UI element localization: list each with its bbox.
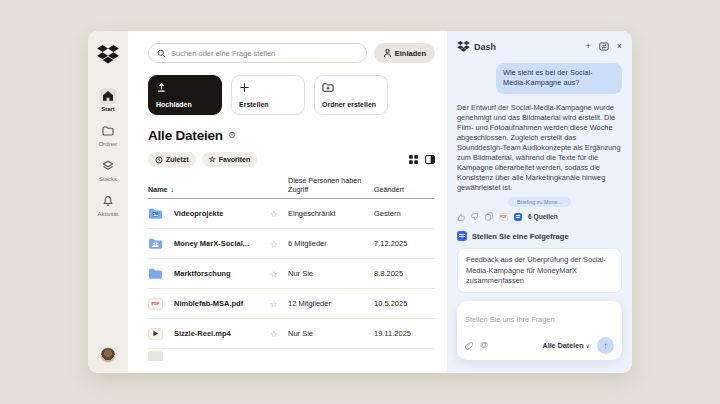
column-modified[interactable]: Geändert [374, 185, 435, 194]
folder-image-icon [148, 207, 174, 220]
thumbs-down-icon[interactable] [471, 213, 479, 221]
file-name: Videoprojekte [174, 209, 270, 218]
at-mention-icon[interactable]: @ [480, 341, 488, 349]
plus-icon [239, 82, 250, 93]
favorite-star-icon[interactable]: ☆ [270, 239, 288, 249]
file-modified: Gestern [374, 209, 435, 218]
sort-down-icon[interactable]: ↓ [171, 185, 175, 194]
followup-header: Stellen Sie eine Folgefrage [457, 231, 622, 241]
column-name[interactable]: Name [148, 185, 168, 194]
folder-plus-icon [322, 82, 334, 93]
page-title: Alle Dateien [148, 128, 223, 143]
favorite-star-icon[interactable]: ☆ [270, 269, 288, 279]
dropbox-logo-icon [97, 45, 119, 68]
search-input[interactable] [171, 49, 358, 58]
file-access: 6 Mitglieder [288, 239, 374, 248]
upload-icon [156, 82, 167, 93]
dash-title: Dash [474, 42, 496, 52]
sources-count[interactable]: 6 Quellen [528, 213, 558, 220]
video-icon [148, 328, 174, 340]
file-modified: 7.12.2025 [374, 239, 435, 248]
clock-icon [155, 156, 163, 164]
folder-shared-icon [148, 237, 174, 250]
file-access: Nur Sie [288, 269, 374, 278]
gear-icon[interactable]: ⚙ [228, 131, 236, 140]
table-row[interactable]: Sizzle-Reel.mp4 ☆ Nur Sie 19.11.2025 [148, 319, 435, 349]
search-icon [157, 49, 166, 58]
file-name: Marktforschung [174, 269, 270, 278]
filter-recent-label: Zuletzt [166, 156, 189, 163]
favorite-star-icon[interactable]: ☆ [270, 299, 288, 309]
close-icon[interactable]: × [617, 42, 622, 51]
user-message-bubble: Wie sieht es bei der Social-Media-Kampag… [496, 63, 622, 94]
star-icon: ☆ [209, 156, 216, 164]
sidebar-item-label: Start [101, 106, 115, 112]
invite-button[interactable]: Einladen [374, 43, 435, 63]
suggestion-card[interactable]: Feedback aus der Überprüfung der Social-… [457, 248, 622, 293]
stacks-icon [99, 158, 117, 174]
file-name: Nimblefab-MSA.pdf [174, 299, 270, 308]
filter-favorites-label: Favoriten [219, 156, 251, 163]
file-name: Money MarX-Social... [174, 239, 270, 248]
scope-dropdown[interactable]: Alle Dateien ∨ [542, 341, 590, 350]
invite-person-icon [383, 48, 392, 58]
table-row[interactable]: Money MarX-Social... ☆ 6 Mitglieder 7.12… [148, 229, 435, 259]
feedback-row: PDF 6 Quellen [457, 212, 622, 221]
sidebar-item-label: Aktivität [97, 211, 118, 217]
upload-label: Hochladen [156, 101, 192, 108]
dash-question-input[interactable] [465, 315, 614, 324]
file-name: Sizzle-Reel.mp4 [174, 329, 270, 338]
sidebar-item-start[interactable]: Start [99, 88, 117, 112]
filter-recent-chip[interactable]: Zuletzt [148, 152, 196, 167]
dash-input-card[interactable]: @ Alle Dateien ∨ ↑ [457, 301, 622, 360]
paperclip-icon[interactable] [465, 341, 473, 350]
home-icon [99, 88, 117, 104]
send-button[interactable]: ↑ [597, 337, 614, 354]
table-row[interactable]: Videoprojekte ☆ Eingeschränkt Gestern [148, 199, 435, 229]
file-table-body: Videoprojekte ☆ Eingeschränkt Gestern Mo… [148, 199, 435, 349]
dash-panel: Dash + × Wie sieht es bei der Social-Med… [447, 31, 632, 373]
file-modified: 8.8.2025 [374, 269, 435, 278]
source-pill[interactable]: Briefing zu Mone... [508, 197, 571, 207]
folder-icon [148, 267, 174, 280]
file-table: Name ↓ Diese Personen haben Zugriff Geän… [148, 176, 435, 363]
followup-label: Stellen Sie eine Folgefrage [472, 232, 569, 241]
new-chat-icon[interactable]: + [585, 42, 590, 51]
history-icon[interactable] [599, 42, 609, 51]
sidebar-item-aktivitaet[interactable]: Aktivität [97, 193, 118, 217]
table-header: Name ↓ Diese Personen haben Zugriff Geän… [148, 176, 435, 199]
pdf-icon: PDF [148, 298, 174, 310]
chat-bubble-icon [457, 231, 467, 241]
file-access: Eingeschränkt [288, 209, 374, 218]
dash-logo-icon [457, 41, 470, 52]
source-pdf-icon[interactable]: PDF [499, 213, 508, 221]
app-window: Start Ordner Stacks Aktivität [88, 31, 632, 373]
sidebar-item-label: Ordner [99, 141, 118, 147]
favorite-star-icon[interactable]: ☆ [270, 209, 288, 219]
folder-icon [99, 123, 117, 139]
table-row[interactable]: Marktforschung ☆ Nur Sie 8.8.2025 [148, 259, 435, 289]
sidebar: Start Ordner Stacks Aktivität [88, 31, 128, 373]
favorite-star-icon[interactable]: ☆ [270, 329, 288, 339]
upload-button[interactable]: Hochladen [148, 75, 222, 115]
file-icon [148, 351, 163, 361]
file-modified: 10.5.2025 [374, 299, 435, 308]
sidebar-item-ordner[interactable]: Ordner [99, 123, 118, 147]
sidebar-item-label: Stacks [99, 176, 117, 182]
grid-view-icon[interactable] [409, 155, 418, 164]
user-avatar[interactable] [100, 347, 116, 363]
thumbs-up-icon[interactable] [457, 213, 465, 221]
copy-icon[interactable] [485, 212, 493, 221]
file-modified: 19.11.2025 [374, 329, 435, 338]
source-doc-icon[interactable] [514, 213, 522, 221]
sidebar-item-stacks[interactable]: Stacks [99, 158, 117, 182]
table-row[interactable]: PDF Nimblefab-MSA.pdf ☆ 12 Mitglieder 10… [148, 289, 435, 319]
create-button[interactable]: Erstellen [231, 75, 305, 115]
scope-label: Alle Dateien [542, 341, 583, 350]
column-access[interactable]: Diese Personen haben Zugriff [288, 176, 374, 194]
filter-favorites-chip[interactable]: ☆ Favoriten [202, 152, 258, 167]
create-folder-button[interactable]: Ordner erstellen [314, 75, 388, 115]
search-bar[interactable] [148, 43, 367, 63]
invite-label: Einladen [395, 49, 426, 58]
split-view-icon[interactable] [425, 155, 435, 164]
